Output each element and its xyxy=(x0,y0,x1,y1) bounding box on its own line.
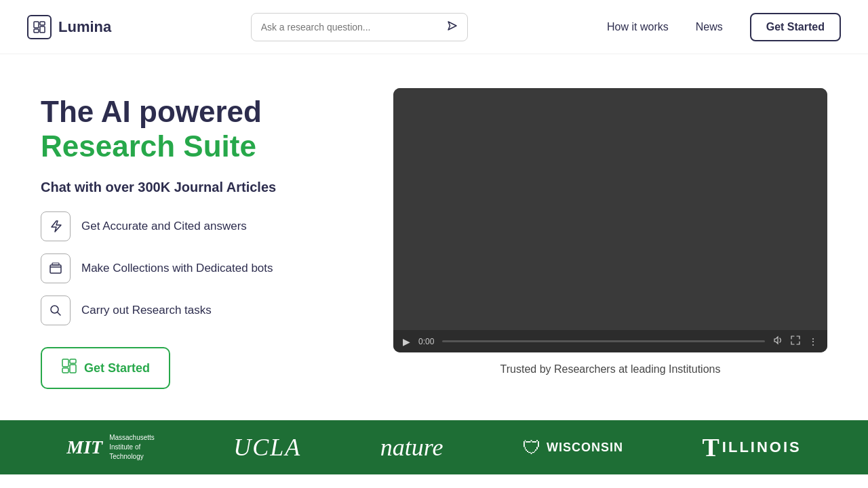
institution-illinois: T ILLINOIS xyxy=(702,432,801,462)
svg-rect-9 xyxy=(62,368,68,373)
progress-bar[interactable] xyxy=(442,340,765,342)
svg-rect-8 xyxy=(70,359,76,363)
logo[interactable]: Lumina xyxy=(27,15,111,39)
research-icon xyxy=(41,296,71,325)
feature-list: Get Accurate and Cited answers Make Coll… xyxy=(41,211,366,325)
feature-label-2: Make Collections with Dedicated bots xyxy=(81,262,273,275)
hero-subtitle: Chat with over 300K Journal Articles xyxy=(41,180,366,195)
svg-rect-7 xyxy=(62,359,68,367)
illinois-t-icon: T xyxy=(702,432,719,462)
institution-mit: MIT MassachusettsInstitute ofTechnology xyxy=(66,433,155,462)
hero-title-line2: Research Suite xyxy=(41,129,366,164)
logo-icon xyxy=(27,15,52,39)
search-input[interactable] xyxy=(261,22,441,33)
mit-subtitle: MassachusettsInstitute ofTechnology xyxy=(109,433,155,462)
mit-logo: MIT xyxy=(66,436,102,458)
fullscreen-icon[interactable] xyxy=(791,336,800,347)
time-display: 0:00 xyxy=(418,337,434,346)
feature-item-2: Make Collections with Dedicated bots xyxy=(41,253,366,283)
institutions-banner: MIT MassachusettsInstitute ofTechnology … xyxy=(0,420,868,474)
cta-label: Get Started xyxy=(84,361,150,375)
institution-wisconsin: 🛡 WISCONSIN xyxy=(522,436,623,459)
nature-logo: nature xyxy=(380,433,443,462)
institution-ucla: UCLA xyxy=(233,433,301,462)
video-controls: ▶ 0:00 ⋮ xyxy=(393,330,827,352)
video-player[interactable]: ▶ 0:00 ⋮ xyxy=(393,88,827,352)
wisconsin-text: WISCONSIN xyxy=(547,441,623,455)
search-bar[interactable] xyxy=(251,13,468,41)
play-button[interactable]: ▶ xyxy=(403,336,410,347)
svg-rect-4 xyxy=(50,265,61,273)
logo-text: Lumina xyxy=(58,18,111,36)
svg-rect-2 xyxy=(34,29,39,33)
hero-left: The AI powered Research Suite Chat with … xyxy=(41,88,366,389)
feature-label-1: Get Accurate and Cited answers xyxy=(81,220,247,233)
svg-rect-3 xyxy=(40,26,45,33)
mit-logo-text: MIT xyxy=(66,436,102,458)
how-it-works-link[interactable]: How it works xyxy=(607,21,669,33)
cta-icon xyxy=(61,358,77,378)
right-panel: ▶ 0:00 ⋮ Trusted by Researchers xyxy=(393,88,827,375)
hero-title-line1: The AI powered xyxy=(41,95,366,129)
institution-nature: nature xyxy=(380,433,443,462)
video-area xyxy=(393,88,827,330)
feature-item-3: Carry out Research tasks xyxy=(41,296,366,325)
trusted-text: Trusted by Researchers at leading Instit… xyxy=(393,363,827,375)
svg-rect-10 xyxy=(70,365,76,373)
collections-icon xyxy=(41,253,71,283)
illinois-text: ILLINOIS xyxy=(722,439,802,456)
cta-get-started-button[interactable]: Get Started xyxy=(41,347,170,389)
send-icon[interactable] xyxy=(447,20,458,34)
navbar: Lumina How it works News Get Started xyxy=(0,0,868,54)
nav-links: How it works News Get Started xyxy=(607,13,841,41)
more-options-icon[interactable]: ⋮ xyxy=(808,336,818,347)
feature-item-1: Get Accurate and Cited answers xyxy=(41,211,366,241)
wisconsin-shield-icon: 🛡 xyxy=(522,436,541,459)
main-content: The AI powered Research Suite Chat with … xyxy=(0,54,868,409)
svg-rect-1 xyxy=(40,22,45,25)
feature-label-3: Carry out Research tasks xyxy=(81,304,212,317)
nav-get-started-button[interactable]: Get Started xyxy=(750,13,841,41)
svg-rect-0 xyxy=(34,22,39,28)
svg-rect-5 xyxy=(52,263,59,265)
lightning-icon xyxy=(41,211,71,241)
ucla-logo: UCLA xyxy=(233,433,301,462)
svg-point-6 xyxy=(51,306,58,313)
news-link[interactable]: News xyxy=(696,21,723,33)
trusted-section: Trusted by Researchers at leading Instit… xyxy=(393,352,827,375)
volume-icon[interactable] xyxy=(773,336,783,347)
